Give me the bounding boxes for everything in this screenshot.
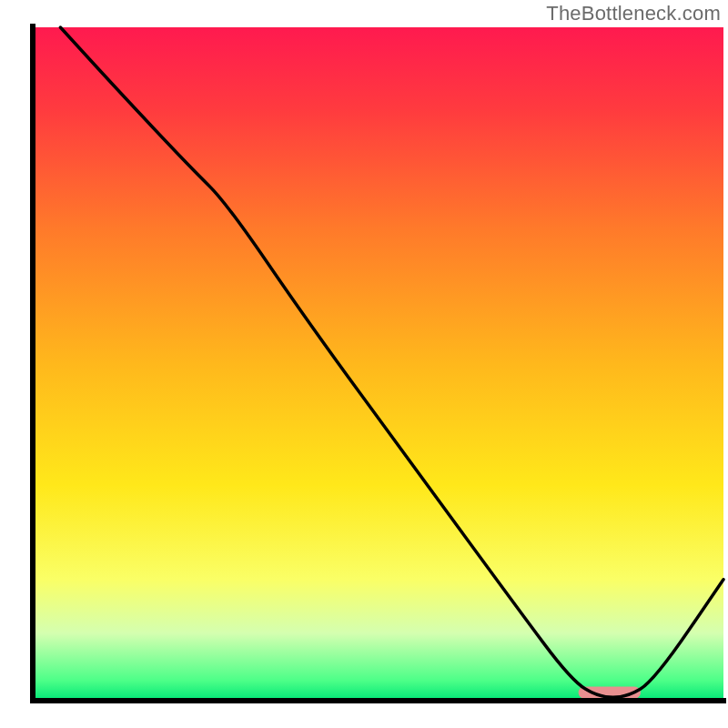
chart-container: TheBottleneck.com	[0, 0, 728, 728]
plot-area	[30, 24, 726, 703]
bottleneck-chart	[0, 0, 728, 728]
gradient-background	[33, 27, 723, 701]
